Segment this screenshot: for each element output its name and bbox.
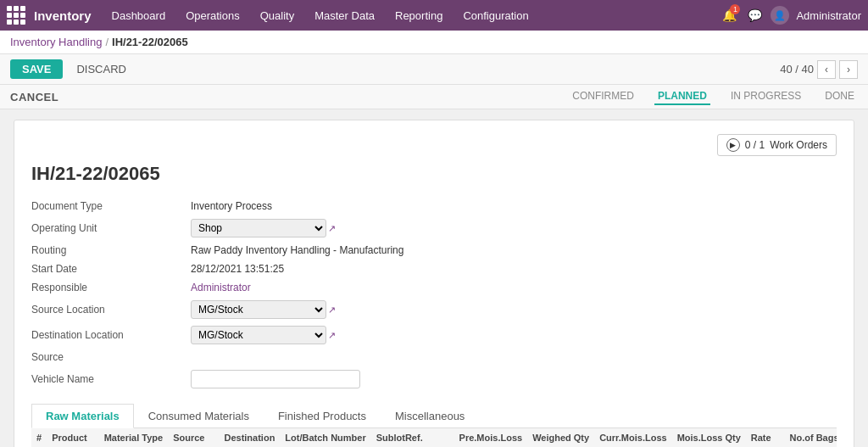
work-orders-label: Work Orders (770, 139, 827, 151)
grid-icon (7, 6, 25, 25)
work-orders-count: 0 / 1 (745, 139, 765, 151)
breadcrumb-current: IH/21-22/02065 (112, 36, 188, 48)
col-lot-batch-number: Lot/Batch Number (280, 428, 370, 447)
breadcrumb: Inventory Handling / IH/21-22/02065 (0, 31, 868, 54)
operating-unit-select[interactable]: Shop (191, 219, 326, 237)
destination-location-select[interactable]: MG/Stock (191, 326, 326, 344)
breadcrumb-separator: / (105, 36, 108, 48)
source-label: Source (31, 349, 184, 365)
prev-page-button[interactable]: ‹ (817, 60, 836, 79)
action-bar: SAVE DISCARD 40 / 40 ‹ › (0, 54, 868, 85)
app-name: Inventory (34, 8, 92, 23)
discard-button[interactable]: DISCARD (70, 59, 133, 79)
status-tabs: CONFIRMED PLANNED IN PROGRESS DONE (569, 88, 858, 105)
nav-quality[interactable]: Quality (250, 0, 304, 31)
vehicle-name-input[interactable] (191, 370, 360, 388)
col-product: Product (47, 428, 99, 447)
next-page-button[interactable]: › (839, 60, 858, 79)
cancel-button[interactable]: CANCEL (10, 91, 58, 103)
nav-operations[interactable]: Operations (175, 0, 250, 31)
operating-unit-external-link[interactable]: ↗ (328, 223, 336, 234)
source-location-label: Source Location (31, 299, 184, 321)
routing-label: Routing (31, 243, 184, 258)
responsible-value[interactable]: Administrator (191, 280, 837, 295)
user-avatar: 👤 (771, 6, 789, 25)
pagination: 40 / 40 ‹ › (780, 60, 858, 79)
col-weighed-qty: Weighed Qty (527, 428, 594, 447)
tab-finished-products[interactable]: Finished Products (264, 404, 381, 428)
user-name: Administrator (796, 9, 861, 22)
notification-count: 1 (730, 4, 740, 14)
col-destination: Destination (219, 428, 280, 447)
col-sublot-ref: SublotRef. (371, 428, 454, 447)
top-navigation: Inventory Dashboard Operations Quality M… (0, 0, 868, 31)
status-planned[interactable]: PLANNED (654, 88, 710, 105)
save-button[interactable]: SAVE (10, 59, 63, 79)
operating-unit-label: Operating Unit (31, 217, 184, 239)
source-location-external-link[interactable]: ↗ (328, 305, 336, 316)
pagination-text: 40 / 40 (780, 63, 814, 75)
app-logo[interactable]: Inventory (7, 6, 92, 25)
col-curr-mois-loss: Curr.Mois.Loss (594, 428, 671, 447)
tab-miscellaneous[interactable]: Miscellaneous (381, 404, 479, 428)
vehicle-name-value (191, 368, 837, 390)
document-title: IH/21-22/02065 (31, 163, 837, 185)
table-container: # Product Material Type Source Destinati… (31, 428, 837, 447)
status-bar: CANCEL CONFIRMED PLANNED IN PROGRESS DON… (0, 85, 868, 109)
col-rate: Rate (746, 428, 785, 447)
start-date-value: 28/12/2021 13:51:25 (191, 261, 837, 277)
status-confirmed[interactable]: CONFIRMED (569, 88, 637, 105)
work-orders-button[interactable]: ▶ 0 / 1 Work Orders (717, 134, 837, 156)
start-date-label: Start Date (31, 261, 184, 277)
nav-right: 🔔 1 💬 👤 Administrator (720, 6, 861, 25)
nav-configuration[interactable]: Configuration (453, 0, 538, 31)
play-icon: ▶ (726, 138, 740, 152)
destination-location-field: MG/Stock ↗ (191, 324, 837, 346)
status-in-progress[interactable]: IN PROGRESS (727, 88, 804, 105)
col-source: Source (168, 428, 219, 447)
main-content: ▶ 0 / 1 Work Orders IH/21-22/02065 Docum… (0, 109, 868, 447)
source-location-select[interactable]: MG/Stock (191, 300, 326, 319)
source-location-field: MG/Stock ↗ (191, 299, 837, 321)
tab-consumed-materials[interactable]: Consumed Materials (134, 404, 264, 428)
document-type-label: Document Type (31, 198, 184, 214)
operating-unit-field: Shop ↗ (191, 217, 837, 239)
chat-icon[interactable]: 💬 (745, 6, 764, 25)
document-form: Document Type Inventory Process Operatin… (31, 198, 837, 390)
status-done[interactable]: DONE (821, 88, 858, 105)
content-tabs: Raw Materials Consumed Materials Finishe… (31, 404, 837, 428)
col-mois-loss-qty: Mois.Loss Qty (672, 428, 746, 447)
col-no-of-bags: No.of Bags (784, 428, 837, 447)
materials-table: # Product Material Type Source Destinati… (31, 428, 837, 447)
form-card: ▶ 0 / 1 Work Orders IH/21-22/02065 Docum… (14, 120, 854, 447)
col-material-type: Material Type (99, 428, 169, 447)
breadcrumb-parent[interactable]: Inventory Handling (10, 36, 102, 48)
routing-value: Raw Paddy Inventory Handling - Manufactu… (191, 243, 837, 258)
vehicle-name-label: Vehicle Name (31, 368, 184, 390)
nav-menu: Dashboard Operations Quality Master Data… (102, 0, 721, 31)
nav-master-data[interactable]: Master Data (304, 0, 385, 31)
table-header-row: # Product Material Type Source Destinati… (31, 428, 837, 447)
col-pre-mois-loss: Pre.Mois.Loss (454, 428, 528, 447)
destination-location-label: Destination Location (31, 324, 184, 346)
notification-bell[interactable]: 🔔 1 (720, 6, 738, 25)
col-num: # (31, 428, 47, 447)
nav-reporting[interactable]: Reporting (385, 0, 453, 31)
tab-raw-materials[interactable]: Raw Materials (31, 404, 134, 428)
work-orders-section: ▶ 0 / 1 Work Orders (31, 134, 837, 156)
nav-dashboard[interactable]: Dashboard (102, 0, 176, 31)
source-value (191, 349, 837, 365)
responsible-label: Responsible (31, 280, 184, 295)
destination-location-external-link[interactable]: ↗ (328, 330, 336, 341)
document-type-value: Inventory Process (191, 198, 837, 214)
